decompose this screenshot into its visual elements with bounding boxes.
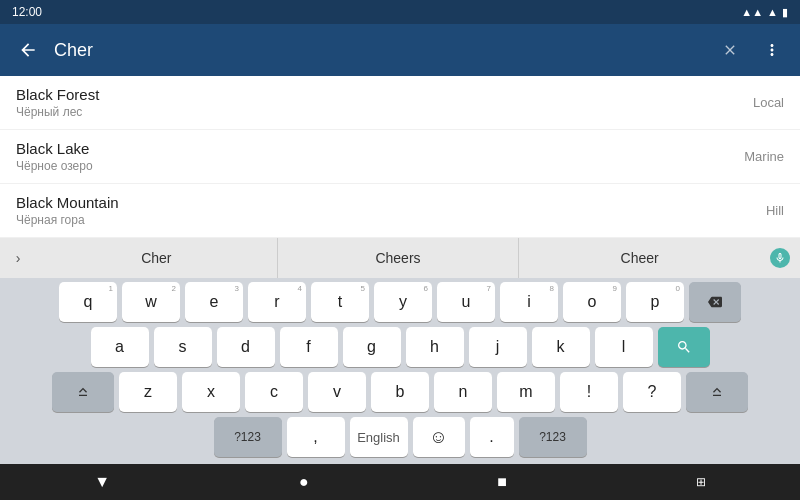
search-bar	[0, 24, 800, 76]
key-period[interactable]: .	[470, 417, 514, 457]
key-e[interactable]: 3e	[185, 282, 243, 322]
status-bar: 12:00 ▲▲ ▲ ▮	[0, 0, 800, 24]
mic-icon	[770, 248, 790, 268]
signal-icon: ▲▲	[741, 6, 763, 18]
key-symbols-right[interactable]: ?123	[519, 417, 587, 457]
key-z[interactable]: z	[119, 372, 177, 412]
key-o[interactable]: 9o	[563, 282, 621, 322]
result-item-1[interactable]: Black Lake Чёрное озеро Marine	[0, 130, 800, 184]
key-symbols[interactable]: ?123	[214, 417, 282, 457]
key-i[interactable]: 8i	[500, 282, 558, 322]
chevron-right-icon: ›	[16, 250, 21, 266]
key-s[interactable]: s	[154, 327, 212, 367]
key-w[interactable]: 2w	[122, 282, 180, 322]
result-left-0: Black Forest Чёрный лес	[16, 86, 99, 119]
result-sub-1: Чёрное озеро	[16, 159, 93, 173]
result-sub-0: Чёрный лес	[16, 105, 99, 119]
keyboard-row-1: 1q 2w 3e 4r 5t 6y 7u 8i 9o 0p	[4, 282, 796, 322]
results-list: Black Forest Чёрный лес Local Black Lake…	[0, 76, 800, 238]
key-b[interactable]: b	[371, 372, 429, 412]
more-options-button[interactable]	[756, 34, 788, 66]
key-n[interactable]: n	[434, 372, 492, 412]
nav-home-icon[interactable]: ●	[299, 473, 309, 491]
microphone-button[interactable]	[760, 238, 800, 278]
nav-bar: ▼ ● ■ ⊞	[0, 464, 800, 500]
key-g[interactable]: g	[343, 327, 401, 367]
result-left-1: Black Lake Чёрное озеро	[16, 140, 93, 173]
autocomplete-suggestion-2[interactable]: Cheer	[519, 238, 760, 278]
nav-keyboard-icon[interactable]: ⊞	[696, 475, 706, 489]
keyboard-row-2: a s d f g h j k l	[4, 327, 796, 367]
key-r[interactable]: 4r	[248, 282, 306, 322]
result-sub-2: Чёрная гора	[16, 213, 119, 227]
result-type-0: Local	[753, 95, 784, 110]
key-space[interactable]: English	[350, 417, 408, 457]
result-left-2: Black Mountain Чёрная гора	[16, 194, 119, 227]
result-name-1: Black Lake	[16, 140, 93, 157]
search-input[interactable]	[54, 40, 704, 61]
key-t[interactable]: 5t	[311, 282, 369, 322]
nav-back-icon[interactable]: ▼	[94, 473, 110, 491]
key-l[interactable]: l	[595, 327, 653, 367]
key-shift-right[interactable]	[686, 372, 748, 412]
autocomplete-expand-button[interactable]: ›	[0, 238, 36, 278]
result-name-2: Black Mountain	[16, 194, 119, 211]
key-exclaim[interactable]: !	[560, 372, 618, 412]
result-type-1: Marine	[744, 149, 784, 164]
key-h[interactable]: h	[406, 327, 464, 367]
back-button[interactable]	[12, 34, 44, 66]
key-k[interactable]: k	[532, 327, 590, 367]
key-d[interactable]: d	[217, 327, 275, 367]
result-item-0[interactable]: Black Forest Чёрный лес Local	[0, 76, 800, 130]
autocomplete-suggestion-1[interactable]: Cheers	[278, 238, 520, 278]
keyboard-row-bottom: ?123 , English ☺ . ?123	[4, 417, 796, 457]
key-j[interactable]: j	[469, 327, 527, 367]
key-m[interactable]: m	[497, 372, 555, 412]
key-u[interactable]: 7u	[437, 282, 495, 322]
key-v[interactable]: v	[308, 372, 366, 412]
wifi-icon: ▲	[767, 6, 778, 18]
key-y[interactable]: 6y	[374, 282, 432, 322]
status-time: 12:00	[12, 5, 42, 19]
key-comma[interactable]: ,	[287, 417, 345, 457]
key-f[interactable]: f	[280, 327, 338, 367]
key-a[interactable]: a	[91, 327, 149, 367]
keyboard-row-3: z x c v b n m ! ?	[4, 372, 796, 412]
autocomplete-suggestion-0[interactable]: Cher	[36, 238, 278, 278]
key-question[interactable]: ?	[623, 372, 681, 412]
autocomplete-suggestions: Cher Cheers Cheer	[36, 238, 760, 278]
search-input-container	[54, 40, 704, 61]
keyboard: 1q 2w 3e 4r 5t 6y 7u 8i 9o 0p a s d f g …	[0, 278, 800, 464]
key-p[interactable]: 0p	[626, 282, 684, 322]
result-item-2[interactable]: Black Mountain Чёрная гора Hill	[0, 184, 800, 238]
key-c[interactable]: c	[245, 372, 303, 412]
key-backspace[interactable]	[689, 282, 741, 322]
result-name-0: Black Forest	[16, 86, 99, 103]
autocomplete-bar: › Cher Cheers Cheer	[0, 238, 800, 278]
status-icons: ▲▲ ▲ ▮	[741, 6, 788, 19]
key-emoji[interactable]: ☺	[413, 417, 465, 457]
key-enter[interactable]	[658, 327, 710, 367]
key-x[interactable]: x	[182, 372, 240, 412]
key-q[interactable]: 1q	[59, 282, 117, 322]
clear-button[interactable]	[714, 34, 746, 66]
battery-icon: ▮	[782, 6, 788, 19]
nav-recents-icon[interactable]: ■	[497, 473, 507, 491]
result-type-2: Hill	[766, 203, 784, 218]
key-shift[interactable]	[52, 372, 114, 412]
